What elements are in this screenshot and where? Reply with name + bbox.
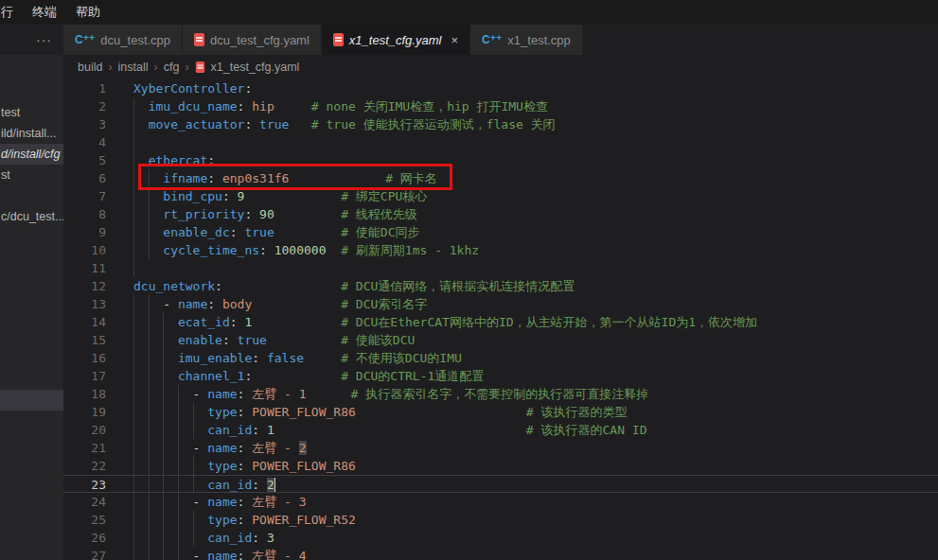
token: enable	[178, 333, 222, 347]
menu-item-1[interactable]: 终端	[23, 0, 66, 25]
token	[133, 351, 178, 365]
code-line-8[interactable]: 8 rt_priority: 90 # 线程优先级	[63, 205, 938, 223]
sidebar-item-0[interactable]: test	[0, 102, 63, 123]
code-line-17[interactable]: 17 channel_1: # DCU的CTRL-1通道配置	[63, 367, 938, 385]
sidebar-item-4[interactable]: c/dcu_test...	[0, 206, 63, 227]
token: 2	[267, 478, 274, 492]
code-line-4[interactable]: 4	[63, 133, 938, 151]
indent-guide	[133, 151, 134, 169]
code-line-26[interactable]: 26 can_id: 3	[63, 529, 938, 547]
token	[133, 117, 149, 131]
code-content: enable: true # 使能该DCU	[133, 331, 415, 349]
code-line-6[interactable]: 6 ifname: enp0s31f6 # 网卡名	[63, 169, 938, 187]
indent-guide	[149, 223, 150, 241]
close-icon[interactable]: ×	[451, 33, 458, 47]
code-line-18[interactable]: 18 - name: 左臂 - 1 # 执行器索引名字，不需要控制的执行器可直接…	[63, 385, 938, 403]
token	[244, 189, 341, 203]
token: :	[252, 423, 267, 437]
token: dcu_network	[133, 279, 215, 293]
code-content: type: POWER_FLOW_R52	[133, 511, 356, 529]
code-line-22[interactable]: 22 type: POWER_FLOW_R86	[63, 457, 938, 475]
code-line-10[interactable]: 10 cycle_time_ns: 1000000 # 刷新周期1ms - 1k…	[63, 241, 938, 259]
breadcrumb-segment[interactable]: cfg	[162, 61, 182, 74]
indent-guide	[163, 457, 164, 475]
indent-guide	[133, 331, 134, 349]
indent-guide	[178, 493, 179, 511]
line-number: 19	[63, 403, 106, 421]
line-number: 11	[63, 259, 106, 277]
indent-guide	[149, 476, 150, 492]
code-line-13[interactable]: 13 - name: body # DCU索引名字	[63, 295, 938, 313]
indent-guide	[163, 529, 164, 547]
code-line-3[interactable]: 3 move_actuator: true # true 使能执行器运动测试，f…	[63, 115, 938, 133]
token	[274, 225, 341, 239]
sidebar-panel[interactable]: ··· testild/install...d/install/cfgstc/d…	[0, 25, 63, 560]
code-line-14[interactable]: 14 ecat_id: 1 # DCU在EtherCAT网络中的ID，从主站开始…	[63, 313, 938, 331]
indent-guide	[193, 476, 194, 492]
code-line-20[interactable]: 20 can_id: 1 # 该执行器的CAN ID	[63, 421, 938, 439]
code-line-24[interactable]: 24 - name: 左臂 - 3	[63, 493, 938, 511]
token	[133, 99, 149, 114]
sidebar-item-3[interactable]: st	[0, 165, 63, 185]
indent-guide	[178, 476, 179, 492]
indent-guide	[149, 169, 150, 187]
token	[289, 171, 385, 185]
token: :	[259, 243, 274, 257]
indent-guide	[149, 421, 150, 439]
code-line-25[interactable]: 25 type: POWER_FLOW_R52	[63, 511, 938, 529]
token: # 使能该DCU	[341, 333, 415, 347]
code-line-12[interactable]: 12dcu_network: # DCU通信网络，请根据实机连接情况配置	[63, 277, 938, 295]
tab-dcu_test.cpp[interactable]: C⁺⁺dcu_test.cpp	[63, 25, 182, 55]
token: XyberController	[133, 81, 244, 96]
code-line-2[interactable]: 2 imu_dcu_name: hip # none 关闭IMU检查，hip 打…	[63, 97, 938, 115]
indent-guide	[178, 529, 179, 547]
code-line-23[interactable]: 23 can_id: 2	[63, 475, 938, 493]
breadcrumb-file[interactable]: x1_test_cfg.yaml	[209, 61, 302, 74]
tab-x1_test.cpp[interactable]: C⁺⁺x1_test.cpp	[470, 25, 582, 55]
token: # 绑定CPU核心	[341, 189, 427, 203]
line-number: 24	[63, 493, 106, 511]
menu-item-0[interactable]: 行	[0, 0, 23, 25]
indent-guide	[163, 476, 164, 492]
indent-guide	[133, 205, 134, 223]
indent-guide	[133, 349, 134, 367]
token	[274, 423, 526, 437]
code-line-19[interactable]: 19 type: POWER_FLOW_R86 # 该执行器的类型	[63, 403, 938, 421]
code-line-7[interactable]: 7 bind_cpu: 9 # 绑定CPU核心	[63, 187, 938, 205]
code-line-15[interactable]: 15 enable: true # 使能该DCU	[63, 331, 938, 349]
indent-guide	[163, 331, 164, 349]
sidebar-item-5[interactable]	[0, 390, 63, 411]
code-content: imu_dcu_name: hip # none 关闭IMU检查，hip 打开I…	[133, 97, 548, 115]
breadcrumb-segment[interactable]: install	[116, 61, 150, 74]
indent-guide	[193, 529, 194, 547]
code-line-16[interactable]: 16 imu_enable: false # 不使用该DCU的IMU	[63, 349, 938, 367]
token: name	[207, 549, 237, 560]
indent-guide	[149, 511, 150, 529]
code-line-5[interactable]: 5 ethercat:	[63, 151, 938, 169]
breadcrumb-segment[interactable]: build	[76, 61, 104, 74]
menu-item-2[interactable]: 帮助	[66, 0, 110, 25]
code-line-11[interactable]: 11	[63, 259, 938, 277]
more-actions-icon[interactable]: ···	[36, 32, 63, 47]
code-line-9[interactable]: 9 enable_dc: true # 使能DC同步	[63, 223, 938, 241]
indent-guide	[133, 547, 134, 560]
token: :	[207, 153, 215, 167]
sidebar-item-1[interactable]: ild/install...	[0, 123, 63, 144]
token: name	[207, 495, 237, 509]
indent-guide	[163, 385, 164, 403]
sidebar-item-2[interactable]: d/install/cfg	[0, 144, 63, 165]
code-line-1[interactable]: 1XyberController:	[63, 79, 938, 97]
token: # 该执行器的类型	[526, 405, 628, 419]
code-content: bind_cpu: 9 # 绑定CPU核心	[133, 187, 427, 205]
code-editor[interactable]: 1XyberController:2 imu_dcu_name: hip # n…	[63, 79, 938, 560]
line-number: 9	[63, 223, 106, 241]
tab-dcu_test_cfg.yaml[interactable]: dcu_test_cfg.yaml	[183, 25, 321, 55]
token: ethercat	[149, 153, 208, 167]
line-number: 16	[63, 349, 106, 367]
code-line-21[interactable]: 21 - name: 左臂 - 2	[63, 439, 938, 457]
indent-guide	[133, 169, 134, 187]
code-line-27[interactable]: 27 - name: 左臂 - 4	[63, 547, 938, 560]
tab-x1_test_cfg.yaml[interactable]: x1_test_cfg.yaml×	[322, 25, 469, 55]
token: 左臂 - 4	[252, 549, 306, 560]
indent-guide	[149, 403, 150, 421]
